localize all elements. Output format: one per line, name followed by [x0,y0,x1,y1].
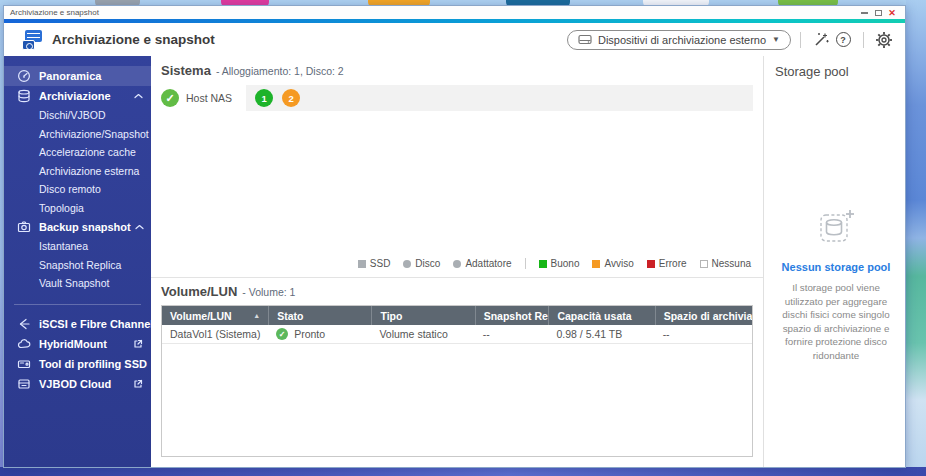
sidebar: Panoramica Archiviazione Dischi/VJBOD Ar… [4,56,151,467]
cell-capacity-used: 0.98 / 5.41 TB [548,325,654,343]
maximize-button[interactable] [871,8,885,18]
sidebar-item-accelerazione-cache[interactable]: Accelerazione cache [4,143,151,162]
app-header: Archiviazione e snapshot Dispositivi di … [4,23,905,56]
help-button[interactable]: ? [832,29,854,51]
minimize-icon [861,12,868,14]
legend-label: Adattatore [465,258,511,269]
legend-label: SSD [370,258,391,269]
volume-section-subtitle: - Volume: 1 [242,286,295,298]
external-storage-devices-button[interactable]: Dispositivi di archiviazione esterno ▼ [567,30,791,50]
host-nas-row: ✓ Host NAS 1 2 [161,85,753,111]
settings-button[interactable] [873,29,895,51]
sidebar-item-topologia[interactable]: Topologia [4,199,151,218]
external-storage-devices-label: Dispositivi di archiviazione esterno [598,34,766,46]
close-button[interactable]: ✕ [885,8,899,18]
sidebar-item-vjbod-cloud[interactable]: VJBOD Cloud [4,374,151,394]
iscsi-target-icon [17,317,31,331]
sidebar-item-archiviazione-esterna[interactable]: Archiviazione esterna [4,162,151,181]
disk-slot-1[interactable]: 1 [255,89,273,107]
sidebar-item-disco-remoto[interactable]: Disco remoto [4,180,151,199]
system-section-header: Sistema - Alloggiamento: 1, Disco: 2 [161,63,753,78]
sidebar-item-snapshot-replica[interactable]: Snapshot Replica [4,256,151,275]
legend-label: Avviso [604,258,633,269]
help-icon: ? [836,32,851,47]
legend-item-disco: Disco [403,258,440,269]
status-text: Pronto [294,328,325,340]
disk-swatch-icon [403,260,411,268]
sidebar-item-label: Backup snapshot [39,221,131,233]
warning-swatch-icon [592,260,600,268]
legend-item-adattatore: Adattatore [453,258,511,269]
window-titlebar[interactable]: Archiviazione e snapshot ✕ [4,6,905,19]
section-divider [151,277,763,278]
sidebar-item-label: Dischi/VJBOD [39,109,106,121]
volume-table: Volume/LUN ▲ Stato Tipo Snapshot Replica… [161,305,753,457]
sidebar-item-istantanea[interactable]: Istantanea [4,237,151,256]
magic-wand-button[interactable] [810,29,832,51]
camera-icon [17,220,31,234]
sidebar-item-label: iSCSI e Fibre Channel [39,318,151,330]
sidebar-item-hybridmount[interactable]: HybridMount [4,334,151,354]
disk-slot-2[interactable]: 2 [282,89,300,107]
table-row-datavol1[interactable]: DataVol1 (Sistema) ✓ Pronto Volume stati… [162,325,752,344]
main-content: Sistema - Alloggiamento: 1, Disco: 2 ✓ H… [151,56,763,467]
legend-label: Errore [659,258,687,269]
column-header-snapshot-replica[interactable]: Snapshot Replica [475,306,549,325]
sidebar-item-archiviazione-snapshot[interactable]: Archiviazione/Snapshot [4,125,151,144]
sidebar-item-iscsi-fibre-channel[interactable]: iSCSI e Fibre Channel [4,314,151,334]
no-storage-pool-link[interactable]: Nessun storage pool [775,261,897,273]
volume-section-title: Volume/LUN [161,284,237,299]
sidebar-item-backup-snapshot[interactable]: Backup snapshot [4,217,151,237]
header-divider [863,32,864,48]
chevron-down-icon: ▼ [772,35,780,44]
storage-pool-empty-state: Nessun storage pool Il storage pool vien… [775,207,897,362]
chevron-up-icon[interactable] [135,224,144,230]
ssd-icon [17,357,31,371]
column-header-spazio-archiviazione[interactable]: Spazio di archiviazione [655,306,752,325]
close-icon: ✕ [888,8,896,18]
chevron-up-icon[interactable] [134,93,143,99]
sidebar-item-label: HybridMount [39,338,129,350]
system-section-title: Sistema [161,63,211,78]
sidebar-item-label: Vault Snapshot [39,277,109,289]
sidebar-divider [14,304,141,305]
cell-volume-name: DataVol1 (Sistema) [162,325,268,343]
system-section-body [161,111,753,258]
column-header-tipo[interactable]: Tipo [371,306,474,325]
sidebar-item-archiviazione[interactable]: Archiviazione [4,86,151,106]
maximize-icon [875,10,882,16]
page-title: Archiviazione e snapshot [52,32,215,47]
cell-status: ✓ Pronto [268,325,371,343]
header-divider [800,32,801,48]
sort-ascending-icon: ▲ [253,312,260,319]
external-drive-icon [578,34,592,45]
sidebar-item-label: Panoramica [39,70,143,82]
column-header-stato[interactable]: Stato [268,306,371,325]
storage-pool-panel: Storage pool [763,56,905,467]
storage-pool-description: Il storage pool viene utilizzato per agg… [775,281,897,362]
desktop-taskbar-strip [0,467,926,476]
gauge-icon [17,69,31,83]
magic-wand-icon [813,31,830,48]
legend-label: Disco [415,258,440,269]
add-storage-pool-icon [815,207,857,251]
minimize-button[interactable] [857,8,871,18]
sidebar-item-tool-profiling-ssd[interactable]: Tool di profiling SSD [4,354,151,374]
gear-icon [875,31,893,49]
volume-table-header: Volume/LUN ▲ Stato Tipo Snapshot Replica… [162,306,752,325]
sidebar-item-dischi-vjbod[interactable]: Dischi/VJBOD [4,106,151,125]
legend-item-nessuna: Nessuna [700,258,751,269]
sidebar-item-label: Archiviazione esterna [39,165,139,177]
legend-item-avviso: Avviso [592,258,633,269]
disk-slot-bar: 1 2 [246,85,753,111]
external-link-icon [133,379,143,389]
column-header-volume-lun[interactable]: Volume/LUN ▲ [162,306,268,325]
legend-divider [525,258,526,269]
sidebar-item-panoramica[interactable]: Panoramica [4,66,151,86]
sidebar-item-label: Istantanea [39,240,88,252]
column-header-capacita-usata[interactable]: Capacità usata [548,306,654,325]
sidebar-item-vault-snapshot[interactable]: Vault Snapshot [4,274,151,293]
error-swatch-icon [647,260,655,268]
adapter-swatch-icon [453,260,461,268]
system-section-subtitle: - Alloggiamento: 1, Disco: 2 [216,65,344,77]
